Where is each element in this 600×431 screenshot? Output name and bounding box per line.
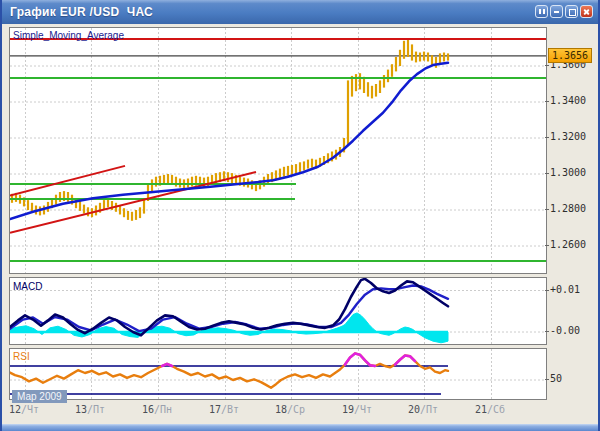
time-axis-label: 18/Ср bbox=[275, 404, 305, 415]
macd-axis-label: -0.00 bbox=[550, 325, 580, 336]
rsi-panel[interactable]: RSI bbox=[9, 348, 547, 400]
time-axis-label: 17/Вт bbox=[209, 404, 239, 415]
restore-icon bbox=[569, 9, 576, 16]
restore-button[interactable] bbox=[565, 5, 578, 18]
time-axis-label: 19/Чт bbox=[342, 404, 372, 415]
axis-tick-mark bbox=[545, 379, 549, 380]
time-axis-label: 21/Сб bbox=[475, 404, 505, 415]
price-chart-svg bbox=[10, 28, 546, 273]
time-axis-label: 20/Пт bbox=[408, 404, 438, 415]
axis-tick-mark bbox=[545, 65, 549, 66]
background-window-titlebar[interactable] bbox=[2, 424, 598, 431]
current-price-tag: 1.3656 bbox=[548, 48, 592, 63]
price-tick-label: 1.3400 bbox=[550, 95, 586, 106]
chart-area: Simple_Moving_Average MACD RSI 1.3656 1.… bbox=[2, 24, 598, 431]
time-axis-label: 16/Пн bbox=[142, 404, 172, 415]
price-tick-label: 1.2600 bbox=[550, 239, 586, 250]
price-panel[interactable]: Simple_Moving_Average bbox=[9, 27, 547, 274]
rsi-chart-svg bbox=[10, 349, 546, 399]
macd-chart-svg bbox=[10, 278, 546, 344]
time-axis-label: 13/Пт bbox=[75, 404, 105, 415]
macd-indicator-label: MACD bbox=[13, 281, 42, 292]
axis-tick-mark bbox=[545, 209, 549, 210]
pause-button[interactable] bbox=[535, 5, 548, 18]
window-controls bbox=[535, 5, 593, 18]
axis-tick-mark bbox=[545, 173, 549, 174]
rsi-axis-label: 50 bbox=[550, 373, 562, 384]
axis-tick-mark bbox=[545, 245, 549, 246]
price-tick-label: 1.2800 bbox=[550, 203, 586, 214]
titlebar[interactable]: График EUR /USD ЧАС bbox=[2, 0, 598, 24]
price-tick-label: 1.3200 bbox=[550, 131, 586, 142]
macd-axis-label: +0.01 bbox=[550, 284, 580, 295]
price-tick-label: 1.3000 bbox=[550, 167, 586, 178]
rsi-indicator-label: RSI bbox=[13, 351, 30, 362]
macd-panel[interactable]: MACD bbox=[9, 277, 547, 345]
window-title: График EUR /USD ЧАС bbox=[2, 5, 153, 19]
axis-tick-mark bbox=[545, 331, 549, 332]
minimize-button[interactable] bbox=[550, 5, 563, 18]
time-axis-label: 12/Чт bbox=[9, 404, 39, 415]
chart-window: График EUR /USD ЧАС Simple_Moving_Averag… bbox=[0, 0, 600, 431]
period-label: Мар 2009 bbox=[12, 390, 67, 403]
pause-icon bbox=[539, 9, 545, 14]
close-button[interactable] bbox=[580, 5, 593, 18]
axis-tick-mark bbox=[545, 101, 549, 102]
sma-indicator-label: Simple_Moving_Average bbox=[13, 30, 124, 41]
minimize-icon bbox=[554, 11, 559, 13]
axis-tick-mark bbox=[545, 290, 549, 291]
axis-tick-mark bbox=[545, 137, 549, 138]
